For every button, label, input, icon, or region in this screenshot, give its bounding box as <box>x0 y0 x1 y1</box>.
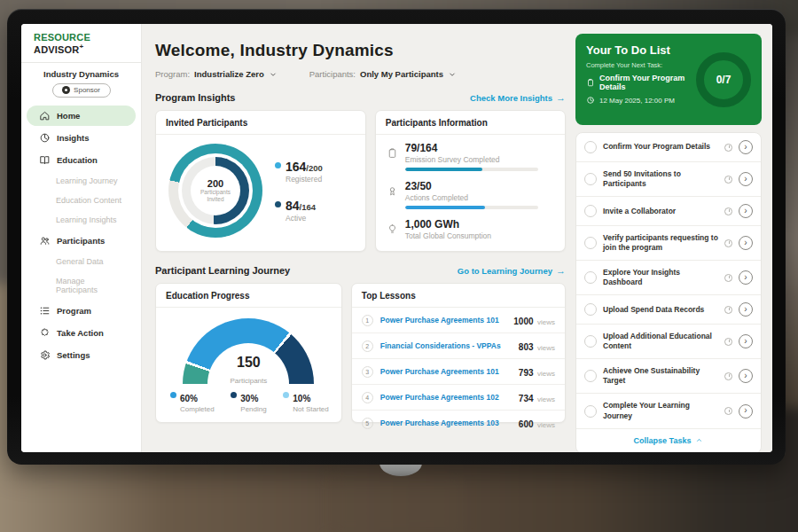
chevron-down-icon <box>269 70 278 79</box>
task-checkbox[interactable] <box>584 370 597 382</box>
donut-center-value: 200 <box>207 178 223 189</box>
task-checkbox[interactable] <box>584 205 597 217</box>
main-content: Welcome, Industry Dynamics Program: Indu… <box>142 24 772 452</box>
emission-survey-row: 79/164 Emission Survey Completed <box>387 142 554 171</box>
card-title: Participants Information <box>376 111 565 135</box>
go-to-learning-journey-link[interactable]: Go to Learning Journey → <box>458 265 566 276</box>
sidebar-item-settings[interactable]: Settings <box>27 345 136 365</box>
invited-participants-card: Invited Participants 200 Participants In… <box>155 110 366 252</box>
page-title: Welcome, Industry Dynamics <box>155 41 566 60</box>
legend-dot <box>283 392 289 398</box>
clock-icon <box>724 372 732 380</box>
badge-icon <box>387 185 398 197</box>
lesson-link[interactable]: Power Purchase Agreements 103 <box>380 419 512 427</box>
todo-summary-card: Your To Do List Complete Your Next Task:… <box>575 34 762 125</box>
lesson-link[interactable]: Power Purchase Agreements 101 <box>380 367 512 376</box>
lesson-link[interactable]: Power Purchase Agreements 102 <box>380 393 512 402</box>
task-checkbox[interactable] <box>584 237 597 249</box>
section-title: Program Insights <box>155 92 235 103</box>
sidebar-item-program[interactable]: Program <box>27 301 136 321</box>
sidebar-item-home[interactable]: Home <box>27 106 136 126</box>
insights-cards-row: Invited Participants 200 Participants In… <box>155 110 566 252</box>
monitor-stand-column <box>330 475 463 532</box>
sidebar-nav: Home Insights Education Learning Journey… <box>21 106 141 365</box>
task-open-button[interactable]: › <box>739 302 753 317</box>
task-list-card: Confirm Your Program Details › Send 50 I… <box>575 132 762 452</box>
todo-title: Your To Do List <box>586 43 689 57</box>
task-row: Confirm Your Program Details › <box>576 133 761 162</box>
clock-icon <box>724 144 732 152</box>
lesson-row: 3 Power Purchase Agreements 101 793 view… <box>352 359 565 385</box>
task-open-button[interactable]: › <box>739 369 753 383</box>
education-progress-card: Education Progress 150 Participants <box>155 283 342 423</box>
clock-icon <box>724 274 732 282</box>
arrow-right-icon: → <box>556 92 566 103</box>
task-row: Complete Your Learning Journey › <box>576 394 761 428</box>
task-checkbox[interactable] <box>584 271 597 284</box>
sidebar-item-general-data[interactable]: General Data <box>27 253 136 270</box>
task-row: Send 50 Invitations to Participants › <box>576 162 761 197</box>
task-open-button[interactable]: › <box>739 172 753 186</box>
lesson-rank: 1 <box>362 315 373 326</box>
clipboard-icon <box>586 78 595 87</box>
consumption-row: 1,000 GWh Total Global Consumption <box>387 218 554 244</box>
task-open-button[interactable]: › <box>739 236 753 250</box>
gear-icon <box>39 349 51 361</box>
gauge-legend: 60% Completed 30% Pending 10% <box>156 389 341 413</box>
monitor-bezel: RESOURCE ADVISOR+ Industry Dynamics Spon… <box>7 9 786 465</box>
clipboard-icon <box>387 147 398 159</box>
sidebar-item-participants[interactable]: Participants <box>27 231 136 251</box>
task-row: Explore Your Insights Dashboard › <box>576 261 761 295</box>
todo-column: Your To Do List Complete Your Next Task:… <box>575 34 762 452</box>
sidebar-item-education-content[interactable]: Education Content <box>27 192 136 209</box>
lesson-link[interactable]: Financial Considerations - VPPAs <box>380 341 512 350</box>
sidebar-item-learning-journey[interactable]: Learning Journey <box>27 172 136 190</box>
task-open-button[interactable]: › <box>739 204 753 218</box>
home-icon <box>39 110 51 121</box>
check-more-insights-link[interactable]: Check More Insights → <box>470 92 566 103</box>
task-open-button[interactable]: › <box>739 334 753 348</box>
learning-journey-header: Participant Learning Journey Go to Learn… <box>155 265 566 276</box>
program-select[interactable]: Program: Industrialize Zero <box>155 69 278 79</box>
legend-dot <box>170 392 176 398</box>
task-open-button[interactable]: › <box>739 140 753 154</box>
clock-icon <box>724 407 732 415</box>
task-checkbox[interactable] <box>584 303 597 316</box>
sidebar-item-education[interactable]: Education <box>27 150 136 170</box>
education-gauge-chart: 150 Participants <box>183 318 314 386</box>
task-open-button[interactable]: › <box>739 270 753 285</box>
people-icon <box>39 235 51 246</box>
sidebar-item-learning-insights[interactable]: Learning Insights <box>27 211 136 229</box>
lesson-row: 4 Power Purchase Agreements 102 734 view… <box>352 385 565 411</box>
task-checkbox[interactable] <box>584 335 597 348</box>
legend-active: 84/164 Active <box>275 198 323 223</box>
task-checkbox[interactable] <box>584 405 597 418</box>
sidebar-item-insights[interactable]: Insights <box>27 128 136 148</box>
lesson-row: 2 Financial Considerations - VPPAs 803 v… <box>352 333 565 359</box>
sidebar-item-take-action[interactable]: Take Action <box>27 323 136 343</box>
legend-pending: 30% Pending <box>231 389 266 413</box>
participants-select[interactable]: Participants: Only My Participants <box>309 69 457 79</box>
insights-icon <box>39 132 51 144</box>
sponsor-icon <box>62 86 70 94</box>
legend-dot <box>275 162 281 168</box>
card-title: Education Progress <box>156 284 341 308</box>
app-logo: RESOURCE ADVISOR+ <box>21 32 141 55</box>
lesson-link[interactable]: Power Purchase Agreements 101 <box>380 316 507 325</box>
collapse-tasks-link[interactable]: Collapse Tasks <box>576 429 761 452</box>
progress-track <box>405 168 538 171</box>
sidebar: RESOURCE ADVISOR+ Industry Dynamics Spon… <box>21 24 142 452</box>
legend-dot <box>231 392 237 398</box>
task-checkbox[interactable] <box>584 173 597 185</box>
action-icon <box>39 327 51 339</box>
task-checkbox[interactable] <box>584 141 597 153</box>
legend-registered: 164/200 Registered <box>275 159 323 184</box>
progress-fill <box>405 168 482 171</box>
legend-dot <box>275 201 281 207</box>
sidebar-item-manage-participants[interactable]: Manage Participants <box>27 272 136 299</box>
task-row: Invite a Collaborator › <box>576 197 761 226</box>
section-title: Participant Learning Journey <box>155 265 290 276</box>
legend-completed: 60% Completed <box>170 389 215 413</box>
task-open-button[interactable]: › <box>739 404 753 419</box>
book-icon <box>39 154 51 166</box>
